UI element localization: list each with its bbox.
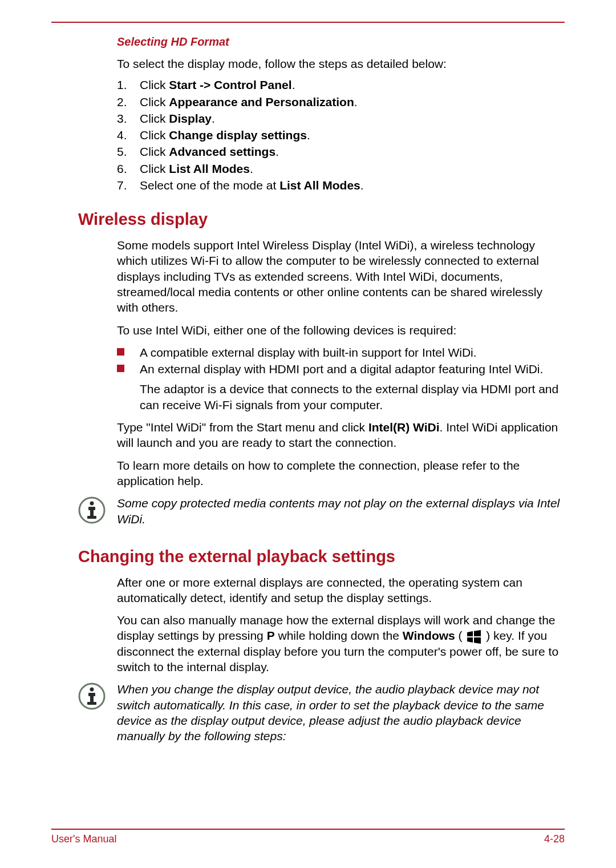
- intro-text: To select the display mode, follow the s…: [117, 56, 565, 71]
- footer-right: 4-28: [544, 833, 565, 845]
- wireless-bullet-2-sub: The adaptor is a device that connects to…: [117, 381, 565, 413]
- steps-list: Click Start -> Control Panel. Click Appe…: [117, 77, 565, 193]
- subheading: Selecting HD Format: [117, 34, 565, 49]
- wireless-p1: Some models support Intel Wireless Displ…: [117, 237, 565, 315]
- note-wireless-text: Some copy protected media contents may n…: [117, 495, 565, 527]
- note-wireless: Some copy protected media contents may n…: [78, 495, 565, 527]
- wireless-p4: To learn more details on how to complete…: [117, 458, 565, 489]
- wireless-bullet-2: An external display with HDMI port and a…: [117, 361, 565, 377]
- wireless-section: Some models support Intel Wireless Displ…: [117, 237, 565, 488]
- wireless-bullets: A compatible external display with built…: [117, 345, 565, 413]
- wireless-p3: Type "Intel WiDi" from the Start menu an…: [117, 419, 565, 451]
- step-3: Click Display.: [117, 111, 565, 126]
- step-2: Click Appearance and Personalization.: [117, 94, 565, 110]
- note-playback: When you change the display output devic…: [78, 681, 565, 744]
- heading-playback-settings: Changing the external playback settings: [78, 546, 565, 568]
- wireless-bullet-1: A compatible external display with built…: [117, 345, 565, 360]
- footer-left: User's Manual: [51, 833, 116, 845]
- wireless-p2: To use Intel WiDi, either one of the fol…: [117, 322, 565, 338]
- body-content: Selecting HD Format To select the displa…: [51, 34, 565, 744]
- note-playback-text: When you change the display output devic…: [117, 681, 565, 744]
- step-5: Click Advanced settings.: [117, 144, 565, 159]
- info-icon: [78, 496, 106, 524]
- step-4: Click Change display settings.: [117, 127, 565, 143]
- top-rule: [51, 22, 565, 23]
- svg-marker-5: [467, 631, 473, 636]
- svg-point-1: [90, 502, 94, 506]
- svg-rect-4: [87, 516, 96, 519]
- info-icon: [78, 683, 106, 710]
- step-7: Select one of the mode at List All Modes…: [117, 177, 565, 193]
- playback-p1: After one or more external displays are …: [117, 575, 565, 606]
- svg-marker-7: [467, 637, 473, 643]
- svg-rect-13: [87, 702, 96, 705]
- svg-marker-6: [474, 630, 481, 636]
- svg-rect-12: [90, 695, 94, 703]
- windows-key-icon: [466, 630, 482, 644]
- footer-rule: [51, 829, 565, 830]
- step-6: Click List All Modes.: [117, 161, 565, 176]
- step-1: Click Start -> Control Panel.: [117, 77, 565, 92]
- page: Selecting HD Format To select the displa…: [0, 0, 616, 868]
- square-bullet-icon: [117, 365, 124, 372]
- playback-p2: You can also manually manage how the ext…: [117, 612, 565, 675]
- svg-rect-3: [90, 509, 94, 517]
- heading-wireless-display: Wireless display: [78, 209, 565, 231]
- svg-marker-8: [474, 637, 481, 644]
- square-bullet-icon: [117, 348, 124, 356]
- footer: User's Manual 4-28: [51, 829, 565, 845]
- svg-point-10: [90, 688, 94, 692]
- playback-section: After one or more external displays are …: [117, 575, 565, 675]
